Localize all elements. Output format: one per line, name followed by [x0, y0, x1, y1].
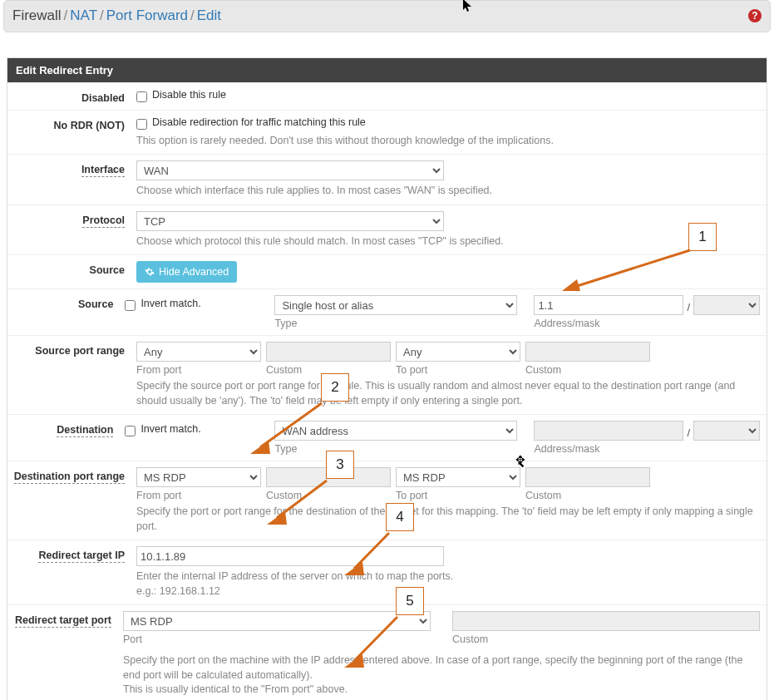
help-protocol: Choose which protocol this rule should m…	[136, 234, 760, 249]
src-from-custom-input[interactable]	[266, 342, 391, 362]
sublabel-type: Type	[274, 443, 534, 455]
slash: /	[687, 423, 690, 439]
sublabel-custom: Custom	[452, 633, 760, 645]
help-redirect-port: Specify the port on the machine with the…	[123, 653, 760, 683]
dest-invert-label[interactable]: Invert match.	[125, 421, 274, 435]
label-source-hdr: Source	[7, 261, 136, 276]
dst-to-custom-input[interactable]	[525, 467, 650, 487]
help-icon[interactable]: ?	[748, 9, 762, 22]
breadcrumb-firewall: Firewall	[12, 7, 62, 24]
breadcrumb-sep: /	[100, 7, 104, 24]
breadcrumb-sep: /	[64, 7, 68, 24]
slash: /	[687, 298, 690, 313]
row-interface: Interface WAN Choose which interface thi…	[7, 154, 767, 205]
label-disabled: Disabled	[7, 89, 136, 104]
row-no-rdr: No RDR (NOT) Disable redirection for tra…	[7, 110, 767, 154]
help-redirect-ip2: e.g.: 192.168.1.12	[136, 584, 760, 599]
help-interface: Choose which interface this rule applies…	[136, 184, 760, 199]
dst-to-port-select[interactable]: MS RDP	[396, 467, 520, 487]
sublabel-from-port: From port	[136, 490, 266, 501]
dst-from-custom-input[interactable]	[266, 467, 391, 487]
sublabel-type: Type	[274, 318, 534, 329]
breadcrumb: Firewall / NAT / Port Forward / Edit ?	[3, 0, 771, 32]
panel-edit-redirect: Edit Redirect Entry Disabled Disable thi…	[7, 57, 767, 700]
sublabel-addrmask: Address/mask	[534, 443, 760, 455]
disable-rule-checkbox[interactable]	[136, 91, 147, 102]
breadcrumb-nat[interactable]: NAT	[70, 7, 97, 24]
sublabel-custom: Custom	[525, 490, 655, 501]
breadcrumb-edit[interactable]: Edit	[197, 7, 221, 24]
help-src-port: Specify the source port or port range fo…	[136, 379, 760, 408]
dest-mask-select[interactable]	[693, 421, 760, 441]
label-src-port-range: Source port range	[7, 342, 136, 357]
sublabel-custom: Custom	[525, 364, 655, 376]
src-to-port-select[interactable]: Any	[396, 342, 520, 362]
sublabel-custom: Custom	[266, 364, 396, 376]
panel-title: Edit Redirect Entry	[7, 58, 767, 82]
label-redirect-ip: Redirect target IP	[7, 546, 136, 561]
protocol-select[interactable]: TCP	[136, 211, 444, 231]
redirect-port-custom-input[interactable]	[452, 611, 760, 631]
redirect-ip-input[interactable]	[136, 546, 444, 566]
label-dst-port-range: Destination port range	[7, 467, 136, 482]
row-redirect-port: Redirect target port MS RDP Port Custom …	[7, 604, 767, 700]
src-from-port-select[interactable]: Any	[136, 342, 261, 362]
sublabel-custom: Custom	[266, 490, 396, 501]
source-type-select[interactable]: Single host or alias	[274, 295, 517, 315]
label-source: Source	[7, 295, 125, 310]
label-protocol: Protocol	[7, 211, 136, 226]
hide-advanced-button[interactable]: Hide Advanced	[136, 261, 237, 283]
label-no-rdr: No RDR (NOT)	[7, 116, 136, 131]
row-disabled: Disabled Disable this rule	[7, 82, 767, 110]
row-source-port-range: Source port range Any From port Custom A…	[7, 335, 767, 414]
disable-redirect-checkbox[interactable]	[136, 119, 147, 130]
help-no-rdr: This option is rarely needed. Don't use …	[136, 134, 760, 149]
redirect-port-select[interactable]: MS RDP	[123, 611, 431, 631]
source-invert-label[interactable]: Invert match.	[125, 295, 274, 309]
sublabel-addrmask: Address/mask	[534, 318, 760, 329]
dest-type-select[interactable]: WAN address	[274, 421, 517, 441]
dest-invert-checkbox[interactable]	[125, 426, 136, 436]
breadcrumb-sep: /	[190, 7, 195, 24]
row-redirect-ip: Redirect target IP Enter the internal IP…	[7, 540, 767, 604]
disable-redirect-label[interactable]: Disable redirection for traffic matching…	[136, 116, 366, 128]
source-address-input[interactable]	[534, 295, 683, 315]
dst-from-port-select[interactable]: MS RDP	[136, 467, 261, 487]
row-source-toggle: Source Hide Advanced	[7, 254, 767, 288]
source-invert-checkbox[interactable]	[125, 300, 136, 311]
row-source: Source Invert match. Single host or alia…	[7, 288, 767, 335]
label-destination: Destination	[7, 421, 125, 436]
row-dest-port-range: Destination port range MS RDP From port …	[7, 461, 767, 540]
label-redirect-port: Redirect target port	[7, 611, 123, 626]
help-redirect-ip: Enter the internal IP address of the ser…	[136, 569, 760, 584]
label-interface: Interface	[7, 160, 136, 175]
sublabel-to-port: To port	[396, 490, 525, 501]
breadcrumb-port-forward[interactable]: Port Forward	[106, 7, 188, 24]
source-mask-select[interactable]	[693, 295, 760, 315]
sublabel-to-port: To port	[396, 364, 525, 376]
help-dst-port: Specify the port or port range for the d…	[136, 505, 760, 534]
sublabel-from-port: From port	[136, 364, 266, 376]
disable-rule-label[interactable]: Disable this rule	[136, 89, 226, 101]
interface-select[interactable]: WAN	[136, 160, 444, 180]
row-protocol: Protocol TCP Choose which protocol this …	[7, 205, 767, 255]
row-destination: Destination Invert match. WAN address Ty…	[7, 414, 767, 461]
dest-address-input[interactable]	[534, 421, 683, 441]
gear-icon	[145, 267, 155, 277]
help-redirect-port2: This is usually identical to the "From p…	[123, 683, 760, 698]
sublabel-port: Port	[123, 633, 452, 645]
src-to-custom-input[interactable]	[525, 342, 650, 362]
